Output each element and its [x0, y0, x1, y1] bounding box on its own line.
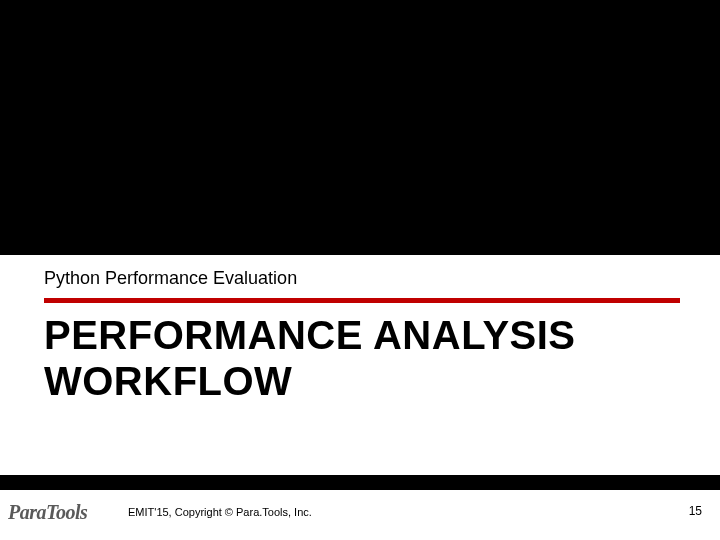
slide-title: PERFORMANCE ANALYSIS WORKFLOW [44, 312, 720, 404]
page-number: 15 [689, 504, 702, 518]
divider-rule [44, 298, 680, 303]
footer: ParaTools EMIT'15, Copyright © Para.Tool… [0, 490, 720, 540]
logo: ParaTools [8, 501, 87, 524]
copyright-text: EMIT'15, Copyright © Para.Tools, Inc. [128, 506, 312, 518]
slide: Python Performance Evaluation PERFORMANC… [0, 0, 720, 540]
slide-subtitle: Python Performance Evaluation [44, 268, 297, 289]
